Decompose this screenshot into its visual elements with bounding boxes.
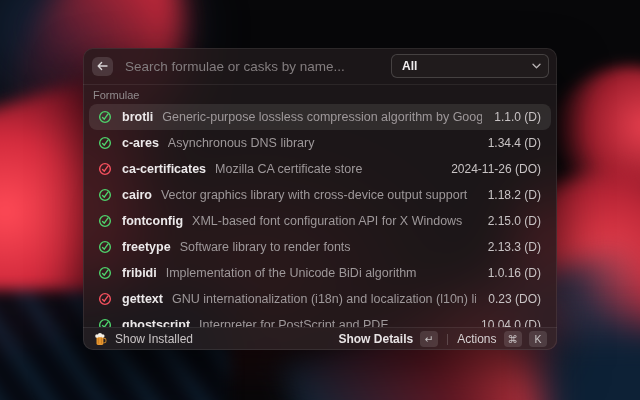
show-installed-label: Show Installed [115,332,193,346]
show-details-action[interactable]: Show Details ↵ [338,331,438,347]
formula-version: 2024-11-26 (DO) [451,162,541,176]
footer-left: Show Installed [93,332,193,346]
list-item-fribidi[interactable]: fribidi Implementation of the Unicode Bi… [89,260,551,286]
chevron-down-icon [532,63,541,69]
formula-name: c-ares [122,136,159,150]
formula-name: gettext [122,292,163,306]
return-key-badge: ↵ [420,331,438,347]
list-item-gettext[interactable]: gettext GNU internationalization (i18n) … [89,286,551,312]
formula-description: GNU internationalization (i18n) and loca… [172,292,476,306]
formula-version: 2.15.0 (D) [488,214,541,228]
section-header-formulae: Formulae [93,89,139,101]
show-details-label: Show Details [338,332,413,346]
formula-description: Asynchronous DNS library [168,136,476,150]
formula-name: fontconfig [122,214,183,228]
formula-name: cairo [122,188,152,202]
footer-separator [447,334,448,345]
list-item-c-ares[interactable]: c-ares Asynchronous DNS library 1.34.4 (… [89,130,551,156]
check-circle-icon [98,318,112,327]
check-circle-icon [98,214,112,228]
filter-dropdown[interactable]: All [391,54,549,78]
check-circle-icon [98,292,112,306]
check-circle-icon [98,110,112,124]
formula-description: Software library to render fonts [180,240,476,254]
formula-version: 0.23 (DO) [488,292,541,306]
formula-description: Generic-purpose lossless compression alg… [162,110,482,124]
actions-menu-action[interactable]: Actions ⌘ K [457,331,547,347]
formula-version: 1.34.4 (D) [488,136,541,150]
formulae-list: brotli Generic-purpose lossless compress… [89,104,551,327]
check-circle-icon [98,240,112,254]
action-bar: Show Installed Show Details ↵ Actions ⌘ … [83,327,557,350]
formula-name: ghostscript [122,318,190,327]
list-item-cairo[interactable]: cairo Vector graphics library with cross… [89,182,551,208]
formula-version: 1.1.0 (D) [494,110,541,124]
list-item-fontconfig[interactable]: fontconfig XML-based font configuration … [89,208,551,234]
check-circle-icon [98,188,112,202]
command-key-badge: ⌘ [504,331,523,347]
formula-version: 10.04.0 (D) [481,318,541,327]
check-circle-icon [98,266,112,280]
formula-description: Implementation of the Unicode BiDi algor… [166,266,476,280]
list-item-ca-certificates[interactable]: ca-certificates Mozilla CA certificate s… [89,156,551,182]
check-circle-icon [98,162,112,176]
beer-mug-icon [93,332,107,346]
formula-description: Mozilla CA certificate store [215,162,439,176]
check-circle-icon [98,136,112,150]
formula-version: 2.13.3 (D) [488,240,541,254]
arrow-left-icon [97,61,108,71]
back-button[interactable] [92,57,113,76]
k-key-badge: K [529,331,547,347]
formula-name: ca-certificates [122,162,206,176]
header-divider [83,84,557,85]
formula-name: fribidi [122,266,157,280]
list-item-ghostscript[interactable]: ghostscript Interpreter for PostScript a… [89,312,551,327]
formula-description: Interpreter for PostScript and PDF [199,318,469,327]
search-window: All Formulae brotli Generic-purpose loss… [83,48,557,350]
formula-version: 1.0.16 (D) [488,266,541,280]
filter-dropdown-value: All [402,59,532,73]
formula-version: 1.18.2 (D) [488,188,541,202]
search-input[interactable] [125,59,391,74]
formula-description: XML-based font configuration API for X W… [192,214,476,228]
list-item-freetype[interactable]: freetype Software library to render font… [89,234,551,260]
actions-label: Actions [457,332,496,346]
wallpaper-shape [545,330,640,400]
formula-name: freetype [122,240,171,254]
desktop: All Formulae brotli Generic-purpose loss… [0,0,640,400]
search-header: All [83,48,557,84]
list-item-brotli[interactable]: brotli Generic-purpose lossless compress… [89,104,551,130]
formula-name: brotli [122,110,153,124]
formula-description: Vector graphics library with cross-devic… [161,188,476,202]
